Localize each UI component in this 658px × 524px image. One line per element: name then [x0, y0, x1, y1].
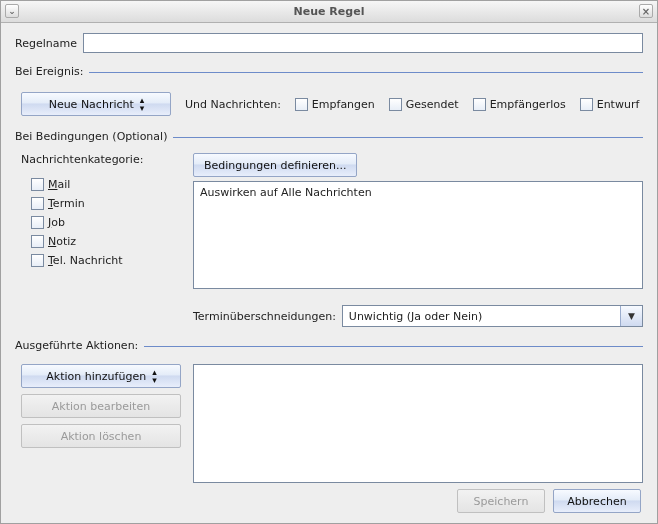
- actions-area: Aktion hinzufügen ▴▾ Aktion bearbeiten A…: [15, 358, 643, 483]
- define-conditions-button[interactable]: Bedingungen definieren...: [193, 153, 357, 177]
- edit-action-button: Aktion bearbeiten: [21, 394, 181, 418]
- checkbox-icon: [580, 98, 593, 111]
- overlap-row: Terminüberschneidungen: Unwichtig (Ja od…: [193, 305, 643, 327]
- save-button-label: Speichern: [474, 495, 529, 508]
- check-job-label: Job: [48, 216, 65, 229]
- actions-header-label: Ausgeführte Aktionen:: [15, 339, 138, 352]
- updown-icon: ▴▾: [152, 368, 156, 384]
- check-recipientless[interactable]: Empfängerlos: [473, 98, 566, 111]
- category-list: Mail Termin Job Notiz: [21, 172, 181, 267]
- conditions-section-header: Bei Bedingungen (Optional): [15, 130, 643, 143]
- check-sent[interactable]: Gesendet: [389, 98, 459, 111]
- rulename-label: Regelname: [15, 37, 77, 50]
- check-notiz-label: Notiz: [48, 235, 76, 248]
- actions-left: Aktion hinzufügen ▴▾ Aktion bearbeiten A…: [21, 364, 181, 483]
- cancel-button-label: Abbrechen: [567, 495, 626, 508]
- category-label: Nachrichtenkategorie:: [21, 153, 181, 166]
- check-received[interactable]: Empfangen: [295, 98, 375, 111]
- checkbox-icon: [31, 216, 44, 229]
- checkbox-icon: [295, 98, 308, 111]
- actions-section-header: Ausgeführte Aktionen:: [15, 339, 643, 352]
- updown-icon: ▴▾: [140, 96, 144, 112]
- check-mail[interactable]: Mail: [31, 178, 181, 191]
- overlap-select[interactable]: Unwichtig (Ja oder Nein) ▼: [342, 305, 643, 327]
- conditions-summary[interactable]: Auswirken auf Alle Nachrichten: [193, 181, 643, 289]
- conditions-left: Nachrichtenkategorie: Mail Termin Job: [21, 153, 181, 267]
- add-action-button[interactable]: Aktion hinzufügen ▴▾: [21, 364, 181, 388]
- window-menu-icon[interactable]: ⌄: [5, 4, 19, 18]
- cancel-button[interactable]: Abbrechen: [553, 489, 641, 513]
- rulename-input[interactable]: [83, 33, 643, 53]
- dialog-window: ⌄ Neue Regel × Regelname Bei Ereignis: N…: [0, 0, 658, 524]
- check-tel-label: Tel. Nachricht: [48, 254, 123, 267]
- check-received-label: Empfangen: [312, 98, 375, 111]
- rulename-row: Regelname: [15, 33, 643, 53]
- check-job[interactable]: Job: [31, 216, 181, 229]
- checkbox-icon: [473, 98, 486, 111]
- add-action-label: Aktion hinzufügen: [46, 370, 146, 383]
- window-title: Neue Regel: [294, 5, 365, 18]
- new-message-button-label: Neue Nachricht: [49, 98, 134, 111]
- divider: [89, 72, 643, 73]
- conditions-summary-text: Auswirken auf Alle Nachrichten: [200, 186, 372, 199]
- check-draft[interactable]: Entwurf: [580, 98, 640, 111]
- divider: [173, 137, 643, 138]
- close-icon[interactable]: ×: [639, 4, 653, 18]
- conditions-header-label: Bei Bedingungen (Optional): [15, 130, 167, 143]
- check-tel[interactable]: Tel. Nachricht: [31, 254, 181, 267]
- divider: [144, 346, 643, 347]
- actions-listbox[interactable]: [193, 364, 643, 483]
- chevron-down-icon: ▼: [620, 306, 642, 326]
- event-section-header: Bei Ereignis:: [15, 65, 643, 78]
- conditions-row: Nachrichtenkategorie: Mail Termin Job: [15, 149, 643, 327]
- check-termin[interactable]: Termin: [31, 197, 181, 210]
- overlap-label: Terminüberschneidungen:: [193, 310, 336, 323]
- check-sent-label: Gesendet: [406, 98, 459, 111]
- checkbox-icon: [31, 254, 44, 267]
- check-termin-label: Termin: [48, 197, 85, 210]
- overlap-value: Unwichtig (Ja oder Nein): [343, 310, 489, 323]
- check-draft-label: Entwurf: [597, 98, 640, 111]
- and-messages-label: Und Nachrichten:: [185, 98, 281, 111]
- delete-action-button: Aktion löschen: [21, 424, 181, 448]
- event-header-label: Bei Ereignis:: [15, 65, 83, 78]
- checkbox-icon: [31, 197, 44, 210]
- check-notiz[interactable]: Notiz: [31, 235, 181, 248]
- check-recipientless-label: Empfängerlos: [490, 98, 566, 111]
- define-conditions-label: Bedingungen definieren...: [204, 159, 346, 172]
- new-message-button[interactable]: Neue Nachricht ▴▾: [21, 92, 171, 116]
- event-row: Neue Nachricht ▴▾ Und Nachrichten: Empfa…: [15, 84, 643, 120]
- checkbox-icon: [31, 235, 44, 248]
- dialog-footer: Speichern Abbrechen: [15, 483, 643, 515]
- check-mail-label: Mail: [48, 178, 70, 191]
- conditions-right: Bedingungen definieren... Auswirken auf …: [193, 153, 643, 327]
- save-button: Speichern: [457, 489, 545, 513]
- checkbox-icon: [389, 98, 402, 111]
- checkbox-icon: [31, 178, 44, 191]
- edit-action-label: Aktion bearbeiten: [52, 400, 150, 413]
- titlebar: ⌄ Neue Regel ×: [1, 1, 657, 23]
- delete-action-label: Aktion löschen: [61, 430, 142, 443]
- dialog-content: Regelname Bei Ereignis: Neue Nachricht ▴…: [1, 23, 657, 523]
